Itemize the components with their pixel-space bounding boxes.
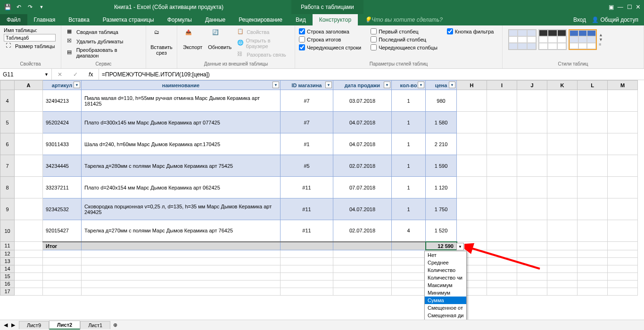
cell-article[interactable]: 32494213 bbox=[43, 90, 82, 112]
cell-price[interactable]: 2 210 bbox=[426, 133, 457, 155]
cell-date[interactable]: 07.07.2018 bbox=[333, 177, 392, 198]
row-header[interactable]: 7 bbox=[0, 155, 15, 177]
cell-qty[interactable]: 1 bbox=[392, 198, 426, 220]
col-header[interactable]: A bbox=[15, 81, 43, 90]
last-col-checkbox[interactable]: Последний столбец bbox=[371, 35, 438, 43]
save-icon[interactable]: 💾 bbox=[3, 2, 12, 12]
cell-qty[interactable]: 1 bbox=[392, 112, 426, 133]
row-header[interactable]: 16 bbox=[0, 280, 15, 288]
filter-icon[interactable]: ▼ bbox=[384, 82, 390, 88]
tab-review[interactable]: Рецензирование bbox=[232, 14, 289, 25]
tab-formulas[interactable]: Формулы bbox=[161, 14, 198, 25]
banded-rows-checkbox[interactable]: Чередующиеся строки bbox=[299, 43, 361, 51]
table-header-shop[interactable]: ID магазина▼ bbox=[281, 81, 333, 90]
cell-name[interactable]: Пиала малая d=110, h=55мм ручная отминка… bbox=[82, 90, 281, 112]
minimize-icon[interactable]: — bbox=[618, 4, 623, 10]
total-label[interactable]: Итог bbox=[43, 242, 82, 250]
cell-name[interactable]: Тарелка д=270мм с полями Марс Дымов Кера… bbox=[82, 220, 281, 242]
table-header-date[interactable]: дата продажи▼ bbox=[333, 81, 392, 90]
tab-home[interactable]: Главная bbox=[27, 14, 62, 25]
remove-duplicates-button[interactable]: ☒Удалить дубликаты bbox=[65, 37, 142, 46]
cell-qty[interactable]: 4 bbox=[392, 220, 426, 242]
cell-qty[interactable]: 1 bbox=[392, 90, 426, 112]
col-header[interactable]: I bbox=[487, 81, 517, 90]
dropdown-item[interactable]: Количество чи bbox=[425, 274, 466, 281]
row-header[interactable]: 5 bbox=[0, 112, 15, 133]
col-header[interactable]: L bbox=[578, 81, 608, 90]
total-price-cell[interactable]: 12 590 bbox=[426, 242, 457, 250]
cancel-formula-icon[interactable]: ✕ bbox=[58, 71, 62, 78]
table-header-article[interactable]: артикул▼ bbox=[43, 81, 82, 90]
cell[interactable] bbox=[15, 177, 43, 198]
table-header-qty[interactable]: кол-во▼ bbox=[392, 81, 426, 90]
tab-page-layout[interactable]: Разметка страницы bbox=[96, 14, 161, 25]
dropdown-item[interactable]: Смещенная ди bbox=[425, 312, 466, 319]
cell[interactable] bbox=[15, 155, 43, 177]
sheet-tab[interactable]: Лист9 bbox=[19, 321, 49, 329]
row-header[interactable]: 10 bbox=[0, 220, 15, 242]
col-header[interactable]: J bbox=[517, 81, 547, 90]
cell-qty[interactable]: 1 bbox=[392, 155, 426, 177]
cell-date[interactable]: 04.07.2018 bbox=[333, 133, 392, 155]
cell-shop[interactable]: #11 bbox=[281, 220, 333, 242]
cell-name[interactable]: Плато d=300х145 мм Марс Дымов Керамика а… bbox=[82, 112, 281, 133]
fx-icon[interactable]: fx bbox=[89, 71, 93, 78]
filter-icon[interactable]: ▼ bbox=[272, 82, 279, 88]
cell-date[interactable]: 02.07.2018 bbox=[333, 155, 392, 177]
dropdown-item[interactable]: Среднее bbox=[425, 259, 466, 266]
gallery-up-icon[interactable]: ▲ bbox=[599, 33, 603, 37]
login-button[interactable]: Вход bbox=[573, 16, 586, 23]
cell[interactable] bbox=[15, 220, 43, 242]
summarize-pivot-button[interactable]: ▦Сводная таблица bbox=[65, 27, 142, 37]
formula-input[interactable]: =ПРОМЕЖУТОЧНЫЕ.ИТОГИ(109;[цена]) bbox=[99, 69, 644, 80]
cell-shop[interactable]: #11 bbox=[281, 198, 333, 220]
ribbon-display-icon[interactable]: ▣ bbox=[609, 4, 614, 10]
sheet-tab-active[interactable]: Лист2 bbox=[49, 321, 80, 330]
style-thumb-selected[interactable] bbox=[569, 29, 597, 50]
spreadsheet-grid[interactable]: A артикул▼ наименование▼ ID магазина▼ да… bbox=[0, 80, 644, 320]
chevron-down-icon[interactable]: ▼ bbox=[44, 72, 49, 77]
cell[interactable] bbox=[15, 112, 43, 133]
row-header[interactable]: 8 bbox=[0, 177, 15, 198]
export-button[interactable]: 📤Экспорт bbox=[181, 27, 204, 59]
cell-article[interactable]: 34234445 bbox=[43, 155, 82, 177]
cell-date[interactable]: 03.07.2018 bbox=[333, 90, 392, 112]
cell-shop[interactable]: #7 bbox=[281, 90, 333, 112]
cell[interactable] bbox=[15, 133, 43, 155]
cell-article[interactable]: 92342532 bbox=[43, 198, 82, 220]
cell-shop[interactable]: #11 bbox=[281, 177, 333, 198]
select-all-corner[interactable] bbox=[0, 81, 15, 90]
cell-article[interactable]: 95202424 bbox=[43, 112, 82, 133]
sheet-nav-prev-icon[interactable]: ◀ bbox=[4, 322, 8, 328]
style-thumb[interactable] bbox=[538, 29, 567, 50]
col-header[interactable]: K bbox=[547, 81, 578, 90]
table-header-price[interactable]: цена▼ bbox=[426, 81, 457, 90]
table-header-name[interactable]: наименование▼ bbox=[82, 81, 281, 90]
cell-article[interactable]: 93011433 bbox=[43, 133, 82, 155]
redo-icon[interactable]: ↷ bbox=[25, 2, 35, 12]
dropdown-item[interactable]: Другие функц bbox=[425, 319, 466, 320]
row-header[interactable]: 17 bbox=[0, 288, 15, 295]
total-row-checkbox[interactable]: Строка итогов bbox=[299, 35, 361, 43]
dropdown-item[interactable]: Нет bbox=[425, 251, 466, 259]
name-box[interactable]: G11▼ bbox=[0, 69, 52, 80]
dropdown-item[interactable]: Смещенное от bbox=[425, 304, 466, 312]
filter-icon[interactable]: ▼ bbox=[449, 82, 455, 88]
sheet-tab[interactable]: Лист1 bbox=[80, 321, 110, 329]
cell-name[interactable]: Шала d=240, h=60мм Марс Дымов Керамика а… bbox=[82, 133, 281, 155]
share-button[interactable]: 👤 Общий доступ bbox=[592, 16, 638, 23]
tab-insert[interactable]: Вставка bbox=[62, 14, 96, 25]
col-header[interactable]: M bbox=[608, 81, 638, 90]
refresh-button[interactable]: 🔄Обновить bbox=[206, 27, 233, 59]
header-row-checkbox[interactable]: Строка заголовка bbox=[299, 27, 361, 35]
row-header[interactable]: 4 bbox=[0, 90, 15, 112]
cell-shop[interactable]: #7 bbox=[281, 112, 333, 133]
cell-price[interactable]: 1 590 bbox=[426, 155, 457, 177]
row-header[interactable]: 13 bbox=[0, 257, 15, 265]
row-header[interactable]: 9 bbox=[0, 198, 15, 220]
tab-data[interactable]: Данные bbox=[198, 14, 232, 25]
cell-date[interactable]: 04.07.2018 bbox=[333, 112, 392, 133]
cell-date[interactable]: 04.07.2018 bbox=[333, 198, 392, 220]
cell-price[interactable]: 1 520 bbox=[426, 220, 457, 242]
dropdown-item[interactable]: Минимум bbox=[425, 289, 466, 297]
